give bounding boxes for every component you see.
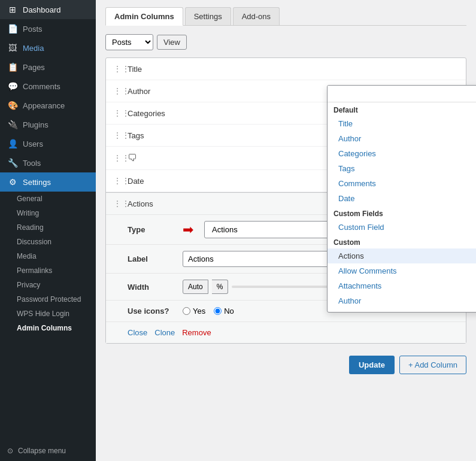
dropdown-item-custom-field[interactable]: Custom Field — [328, 220, 476, 235]
add-column-button[interactable]: + Add Column — [399, 356, 466, 374]
dropdown-group-custom-fields: Custom Fields — [328, 206, 476, 220]
drag-handle-date[interactable]: ⋮⋮ — [113, 176, 123, 186]
collapse-icon: ⊙ — [7, 447, 13, 455]
sidebar-item-label: Settings — [23, 178, 51, 187]
use-icons-yes-radio[interactable] — [183, 307, 190, 315]
tab-settings[interactable]: Settings — [185, 7, 231, 25]
dropdown-item-date[interactable]: Date — [328, 191, 476, 206]
sidebar-sub-discussion[interactable]: Discussion — [0, 235, 96, 249]
sidebar-item-label: Appearance — [23, 101, 65, 110]
column-type-dropdown: Default Title Author Categories Tags Com… — [327, 85, 476, 313]
dropdown-item-comment-count[interactable]: Comment Count — [328, 308, 476, 312]
tabs-bar: Admin Columns Settings Add-ons — [105, 7, 466, 26]
sidebar-item-users[interactable]: 👤 Users — [0, 134, 96, 153]
columns-container: ⋮⋮ Title ⋮⋮ Author ⋮⋮ Categories ⋮⋮ Tags… — [105, 57, 466, 344]
drag-handle-tags[interactable]: ⋮⋮ — [113, 131, 123, 140]
sidebar-item-label: Tools — [23, 159, 41, 168]
sidebar-item-comments[interactable]: 💬 Comments — [0, 77, 96, 96]
dropdown-group-custom: Custom — [328, 235, 476, 248]
sidebar-item-plugins[interactable]: 🔌 Plugins — [0, 115, 96, 134]
drag-handle-comments[interactable]: ⋮⋮ — [113, 153, 123, 163]
use-icons-no-radio[interactable] — [214, 307, 222, 315]
sidebar-sub-writing[interactable]: Writing — [0, 206, 96, 220]
post-type-select[interactable]: Posts — [105, 34, 153, 50]
sidebar-item-label: Users — [23, 139, 43, 148]
main-content: Admin Columns Settings Add-ons Posts Vie… — [96, 0, 476, 461]
remove-link[interactable]: Remove — [182, 328, 211, 337]
sidebar-item-posts[interactable]: 📄 Posts — [0, 19, 96, 38]
column-title-label: Title — [128, 65, 459, 74]
dropdown-item-categories[interactable]: Categories — [328, 146, 476, 161]
sidebar-item-label: Pages — [23, 63, 45, 72]
dropdown-item-author[interactable]: Author — [328, 131, 476, 146]
drag-handle-author[interactable]: ⋮⋮ — [113, 86, 123, 96]
tab-admin-columns[interactable]: Admin Columns — [105, 7, 183, 26]
sidebar-sub-privacy[interactable]: Privacy — [0, 278, 96, 292]
sidebar-sub-media[interactable]: Media — [0, 249, 96, 263]
dropdown-item-author2[interactable]: Author — [328, 293, 476, 308]
bottom-bar: Update + Add Column — [105, 351, 466, 379]
users-icon: 👤 — [7, 139, 18, 148]
comment-column-icon: 🗨 — [128, 153, 137, 163]
close-link[interactable]: Close — [128, 328, 147, 337]
sidebar-item-label: Comments — [23, 82, 60, 91]
footer-actions: Close Clone Remove — [106, 322, 466, 343]
drag-handle-actions[interactable]: ⋮⋮ — [113, 199, 123, 208]
sidebar-item-label: Plugins — [23, 120, 48, 129]
media-icon: 🖼 — [7, 43, 18, 53]
width-field-label: Width — [128, 283, 175, 292]
clone-link[interactable]: Clone — [154, 328, 175, 337]
type-field-label: Type — [128, 225, 175, 234]
dropdown-group-default: Default — [328, 102, 476, 116]
sidebar-item-label: Media — [23, 44, 44, 53]
use-icons-no-option[interactable]: No — [214, 307, 234, 316]
pages-icon: 📋 — [7, 62, 18, 72]
collapse-menu[interactable]: ⊙ Collapse menu — [0, 441, 96, 461]
tab-add-ons[interactable]: Add-ons — [233, 7, 280, 25]
dropdown-search-input[interactable] — [328, 86, 476, 102]
sidebar-item-settings[interactable]: ⚙ Settings — [0, 172, 96, 192]
dropdown-item-attachments[interactable]: Attachments — [328, 278, 476, 293]
view-button[interactable]: View — [157, 35, 187, 50]
width-percent-button[interactable]: % — [212, 280, 229, 294]
dropdown-item-allow-comments[interactable]: Allow Comments — [328, 263, 476, 278]
use-icons-yes-option[interactable]: Yes — [183, 307, 205, 316]
label-field-label: Label — [128, 254, 175, 263]
sidebar-item-tools[interactable]: 🔧 Tools — [0, 153, 96, 172]
sidebar-sub-permalinks[interactable]: Permalinks — [0, 263, 96, 278]
sidebar-sub-wps-hide-login[interactable]: WPS Hide Login — [0, 307, 96, 321]
dashboard-icon: ⊞ — [7, 5, 18, 14]
sidebar-sub-admin-columns[interactable]: Admin Columns — [0, 321, 96, 335]
sidebar-sub-password-protected[interactable]: Password Protected — [0, 292, 96, 307]
drag-handle-title[interactable]: ⋮⋮ — [113, 64, 123, 74]
posts-icon: 📄 — [7, 24, 18, 34]
sidebar-item-dashboard[interactable]: ⊞ Dashboard — [0, 0, 96, 19]
sidebar-item-media[interactable]: 🖼 Media — [0, 38, 96, 57]
sidebar-item-pages[interactable]: 📋 Pages — [0, 57, 96, 77]
dropdown-list: Default Title Author Categories Tags Com… — [328, 102, 476, 312]
sidebar-item-label: Posts — [23, 25, 43, 34]
dropdown-item-tags[interactable]: Tags — [328, 161, 476, 176]
update-button[interactable]: Update — [349, 356, 395, 374]
width-auto-button[interactable]: Auto — [183, 280, 208, 294]
drag-handle-categories[interactable]: ⋮⋮ — [113, 108, 123, 118]
dropdown-item-comments[interactable]: Comments — [328, 176, 476, 191]
controls-row: Posts View — [105, 34, 466, 50]
tools-icon: 🔧 — [7, 158, 18, 168]
sidebar-item-label: Dashboard — [23, 5, 61, 14]
use-icons-no-label: No — [224, 307, 234, 316]
dropdown-item-title[interactable]: Title — [328, 116, 476, 131]
use-icons-radios: Yes No — [183, 307, 234, 316]
comments-icon: 💬 — [7, 81, 18, 91]
arrow-indicator: ➡ — [183, 222, 193, 238]
sidebar: ⊞ Dashboard 📄 Posts 🖼 Media 📋 Pages 💬 Co… — [0, 0, 96, 461]
dropdown-item-actions[interactable]: Actions — [328, 248, 476, 263]
plugins-icon: 🔌 — [7, 120, 18, 129]
collapse-label: Collapse menu — [18, 447, 66, 455]
table-row: ⋮⋮ Title — [106, 58, 466, 80]
use-icons-field-label: Use icons? — [128, 307, 175, 316]
sidebar-sub-general[interactable]: General — [0, 192, 96, 206]
sidebar-item-appearance[interactable]: 🎨 Appearance — [0, 96, 96, 115]
sidebar-sub-reading[interactable]: Reading — [0, 220, 96, 235]
use-icons-yes-label: Yes — [193, 307, 205, 316]
